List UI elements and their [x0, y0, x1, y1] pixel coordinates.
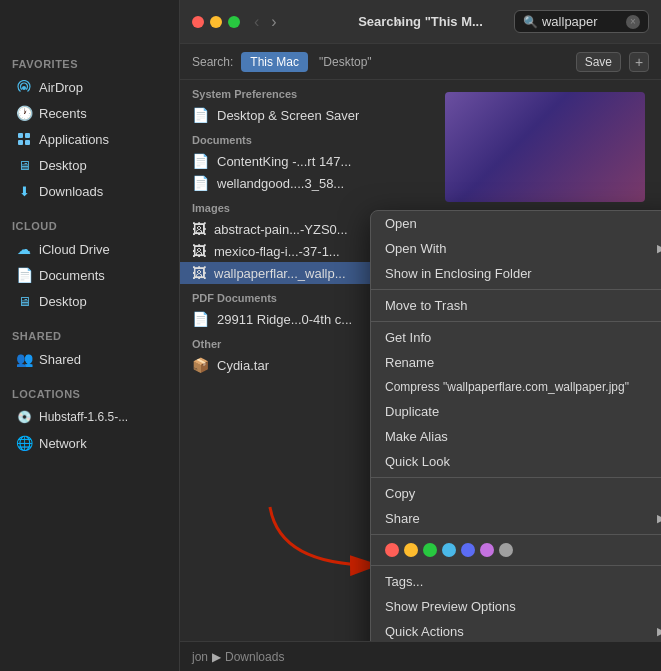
sidebar-item-recents[interactable]: 🕐 Recents — [4, 101, 175, 125]
menu-item-label: Quick Look — [385, 454, 661, 469]
footer: jon ▶ Downloads — [180, 641, 661, 671]
network-label: Network — [39, 436, 87, 451]
main-content: ‹ › Searching "This M... » 🔍 × Search: T… — [180, 0, 661, 671]
file-name: Cydia.tar — [217, 358, 269, 373]
tag-blue[interactable] — [442, 543, 456, 557]
sidebar-item-hubstaff[interactable]: 💿 Hubstaff-1.6.5-... — [4, 405, 175, 429]
recents-label: Recents — [39, 106, 87, 121]
menu-divider — [371, 289, 661, 290]
menu-item-get-info[interactable]: Get Info — [371, 325, 661, 350]
file-icon: 🖼 — [192, 265, 206, 281]
menu-item-quick-actions[interactable]: Quick Actions ▶ — [371, 619, 661, 641]
tag-red[interactable] — [385, 543, 399, 557]
file-name: 29911 Ridge...0-4th c... — [217, 312, 352, 327]
menu-item-rename[interactable]: Rename — [371, 350, 661, 375]
search-input[interactable] — [542, 14, 622, 29]
tag-green[interactable] — [423, 543, 437, 557]
sidebar-item-downloads[interactable]: ⬇ Downloads — [4, 179, 175, 203]
menu-item-show-enclosing[interactable]: Show in Enclosing Folder — [371, 261, 661, 286]
file-name: wellandgood....3_58... — [217, 176, 344, 191]
icloud-label: iCloud — [0, 212, 179, 236]
menu-item-label: Open — [385, 216, 661, 231]
search-scope: This Mac "Desktop" — [241, 52, 380, 72]
close-button[interactable] — [192, 16, 204, 28]
sidebar-item-applications[interactable]: Applications — [4, 127, 175, 151]
documents-label: Documents — [39, 268, 105, 283]
menu-item-label: Duplicate — [385, 404, 661, 419]
menu-item-label: Compress "wallpaperflare.com_wallpaper.j… — [385, 380, 661, 394]
menu-item-compress[interactable]: Compress "wallpaperflare.com_wallpaper.j… — [371, 375, 661, 399]
favorites-label: Favorites — [0, 50, 179, 74]
file-name: abstract-pain...-YZS0... — [214, 222, 348, 237]
file-icon: 🖼 — [192, 243, 206, 259]
search-clear-button[interactable]: × — [626, 15, 640, 29]
tag-purple[interactable] — [480, 543, 494, 557]
hubstaff-icon: 💿 — [16, 409, 32, 425]
window-controls — [192, 16, 240, 28]
network-icon: 🌐 — [16, 435, 32, 451]
tag-indigo[interactable] — [461, 543, 475, 557]
hubstaff-label: Hubstaff-1.6.5-... — [39, 410, 128, 424]
menu-item-tags[interactable]: Tags... — [371, 569, 661, 594]
menu-item-label: Show Preview Options — [385, 599, 661, 614]
menu-item-make-alias[interactable]: Make Alias — [371, 424, 661, 449]
applications-label: Applications — [39, 132, 109, 147]
menu-item-copy[interactable]: Copy — [371, 481, 661, 506]
desktop-icloud-label: Desktop — [39, 294, 87, 309]
footer-path-jon: jon — [192, 650, 208, 664]
menu-item-trash[interactable]: Move to Trash — [371, 293, 661, 318]
tag-gray[interactable] — [499, 543, 513, 557]
back-button[interactable]: ‹ — [250, 11, 263, 33]
sidebar-item-documents[interactable]: 📄 Documents — [4, 263, 175, 287]
tags-color-row[interactable] — [371, 538, 661, 562]
desktop-icloud-icon: 🖥 — [16, 293, 32, 309]
minimize-button[interactable] — [210, 16, 222, 28]
add-button[interactable]: + — [629, 52, 649, 72]
forward-button[interactable]: › — [267, 11, 280, 33]
context-menu: Open Open With ▶ Show in Enclosing Folde… — [370, 210, 661, 641]
menu-item-label: Tags... — [385, 574, 661, 589]
sidebar-item-desktop-icloud[interactable]: 🖥 Desktop — [4, 289, 175, 313]
menu-item-open-with[interactable]: Open With ▶ — [371, 236, 661, 261]
menu-item-show-preview-options[interactable]: Show Preview Options — [371, 594, 661, 619]
menu-divider — [371, 565, 661, 566]
save-button[interactable]: Save — [576, 52, 621, 72]
search-bar[interactable]: 🔍 × — [514, 10, 649, 33]
window-title: Searching "This M... — [358, 14, 483, 29]
menu-item-quick-look[interactable]: Quick Look — [371, 449, 661, 474]
scope-this-mac[interactable]: This Mac — [241, 52, 308, 72]
menu-item-share[interactable]: Share ▶ — [371, 506, 661, 531]
menu-item-duplicate[interactable]: Duplicate — [371, 399, 661, 424]
menu-item-label: Make Alias — [385, 429, 661, 444]
menu-item-label: Rename — [385, 355, 661, 370]
shared-icon: 👥 — [16, 351, 32, 367]
svg-rect-0 — [18, 133, 23, 138]
shared-label: Shared — [0, 322, 179, 346]
preview-thumbnail — [445, 92, 645, 202]
sidebar-item-icloud-drive[interactable]: ☁ iCloud Drive — [4, 237, 175, 261]
maximize-button[interactable] — [228, 16, 240, 28]
file-name: ContentKing -...rt 147... — [217, 154, 351, 169]
svg-rect-1 — [25, 133, 30, 138]
menu-item-label: Copy — [385, 486, 661, 501]
scope-desktop[interactable]: "Desktop" — [310, 52, 381, 72]
sidebar-item-network[interactable]: 🌐 Network — [4, 431, 175, 455]
file-icon: 📄 — [192, 175, 209, 191]
downloads-label: Downloads — [39, 184, 103, 199]
applications-icon — [16, 131, 32, 147]
sidebar-item-airdrop[interactable]: AirDrop — [4, 75, 175, 99]
nav-arrows: ‹ › — [250, 11, 281, 33]
file-name: mexico-flag-i...-37-1... — [214, 244, 340, 259]
menu-divider — [371, 477, 661, 478]
menu-item-open[interactable]: Open — [371, 211, 661, 236]
desktop-label: Desktop — [39, 158, 87, 173]
svg-rect-2 — [18, 140, 23, 145]
sidebar-item-desktop[interactable]: 🖥 Desktop — [4, 153, 175, 177]
sidebar-item-shared[interactable]: 👥 Shared — [4, 347, 175, 371]
submenu-arrow: ▶ — [657, 512, 661, 525]
menu-divider — [371, 321, 661, 322]
locations-label: Locations — [0, 380, 179, 404]
tag-orange[interactable] — [404, 543, 418, 557]
shared-label-item: Shared — [39, 352, 81, 367]
file-name: wallpaperflar..._wallp... — [214, 266, 346, 281]
